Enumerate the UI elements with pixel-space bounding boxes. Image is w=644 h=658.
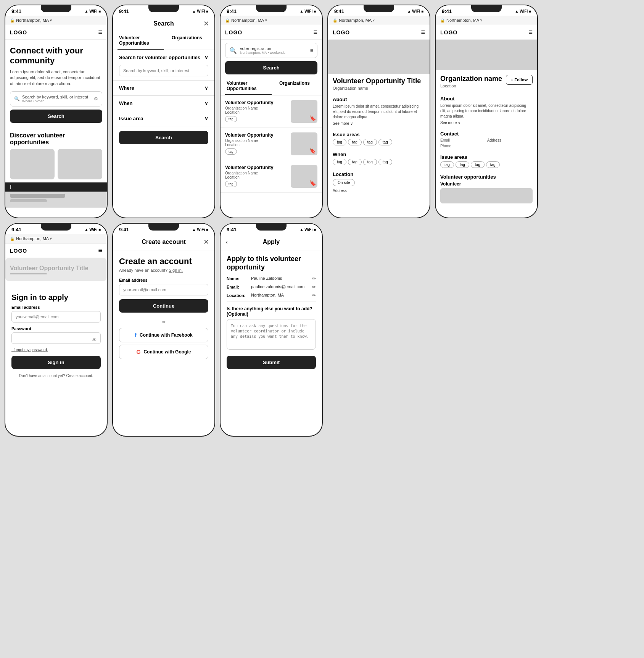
tab-orgs[interactable]: Organizations [170, 32, 204, 50]
see-more[interactable]: See more ∨ [333, 121, 425, 126]
tag-3: tag [471, 161, 485, 168]
forgot-link[interactable]: I forgot my password. [11, 348, 101, 352]
location-text: Northampton, MA [16, 236, 49, 241]
keyword-input[interactable] [119, 65, 208, 76]
org-location: Location [440, 84, 502, 88]
time: 9:41 [11, 227, 21, 232]
location-bar[interactable]: 🔒 Northampton, MA ∨ [5, 16, 107, 25]
facebook-button[interactable]: f Continue with Facebook [119, 328, 208, 342]
submit-button[interactable]: Submit [227, 356, 316, 369]
hamburger-icon[interactable]: ≡ [98, 247, 102, 255]
facebook-label: Continue with Facebook [140, 332, 193, 338]
bookmark-icon[interactable]: 🔖 [309, 115, 316, 121]
follow-button[interactable]: + Follow [506, 75, 533, 85]
phone-create-account: 9:41 ▲ WiFi ■ Create account ✕ Create an… [112, 223, 215, 437]
opp-card-2 [58, 149, 102, 179]
result-thumb: 🔖 [291, 165, 317, 188]
result-card-2[interactable]: Volunteer Opportunity Organization Name … [221, 128, 322, 160]
time: 9:41 [227, 8, 237, 14]
keyword-header[interactable]: Search for volunteer opportunities ∨ [119, 50, 208, 65]
location-bar[interactable]: 🔒 Northampton, MA ∨ [5, 234, 107, 244]
modal-title: Search [153, 20, 174, 27]
close-button[interactable]: ✕ [203, 238, 209, 246]
modal-header: ‹ Apply [221, 234, 322, 250]
contact-section: Contact Email Address Phone [436, 128, 537, 151]
when-tag-2: tag [348, 159, 362, 165]
about-section: About Lorem ipsum dolor sit amet, consec… [436, 93, 537, 128]
signin-button[interactable]: Sign in [11, 356, 101, 369]
hamburger-icon[interactable]: ≡ [421, 28, 425, 36]
tab-orgs[interactable]: Organizations [278, 77, 311, 95]
email-input[interactable] [11, 311, 101, 323]
hamburger-icon[interactable]: ≡ [98, 28, 102, 36]
sign-in-link[interactable]: Sign in. [169, 268, 183, 273]
blurred-background: Volunteer Opportunity Title [5, 258, 107, 281]
time: 9:41 [334, 8, 344, 14]
result-card-1[interactable]: Volunteer Opportunity Organization Name … [221, 95, 322, 128]
back-button[interactable]: ‹ [226, 239, 228, 245]
issue-tags: tag tag tag tag [440, 161, 533, 168]
edit-name-icon[interactable]: ✏ [312, 276, 316, 281]
location-bar[interactable]: 🔒 Northampton, MA ∨ [328, 16, 430, 25]
phone-org-detail: 9:41 ▲ WiFi ■ 🔒 Northampton, MA ∨ LOGO ≡… [435, 5, 538, 218]
notch [148, 5, 179, 12]
app-header: LOGO ≡ [5, 25, 107, 40]
optional-textarea[interactable] [227, 319, 316, 350]
result-card-3[interactable]: Volunteer Opportunity Organization Name … [221, 160, 322, 193]
google-button[interactable]: G Continue with Google [119, 345, 208, 359]
password-label: Password [11, 326, 101, 331]
chevron-down-icon: ∨ [204, 116, 208, 121]
issue-header[interactable]: Issue area ∨ [119, 111, 208, 126]
where-header[interactable]: Where ∨ [119, 81, 208, 95]
result-title: Volunteer Opportunity [225, 165, 288, 170]
lock-icon: 🔒 [10, 237, 14, 241]
contact-grid: Email Address Phone [440, 138, 533, 148]
location-value: Northampton, MA [251, 293, 311, 297]
chevron-down-icon: ∨ [265, 18, 267, 22]
eye-icon[interactable]: 👁 [92, 337, 97, 343]
close-button[interactable]: ✕ [203, 19, 209, 28]
volunteer-opps-section: Volunteer opportunities Volunteer [436, 171, 537, 206]
password-input[interactable] [11, 332, 101, 344]
hamburger-icon[interactable]: ≡ [313, 28, 317, 36]
status-icons: ▲ WiFi ■ [299, 227, 316, 232]
edit-email-icon[interactable]: ✏ [312, 284, 316, 290]
status-icons: ▲ WiFi ■ [84, 227, 101, 232]
hero-body: Lorem ipsum dolor sit amet, consectetur … [10, 69, 102, 87]
search-bar-text: Search by keyword, skill, or interest [22, 95, 94, 99]
see-more[interactable]: See more ∨ [440, 121, 533, 125]
continue-button[interactable]: Continue [119, 299, 208, 313]
time: 9:41 [119, 227, 129, 232]
apply-form: Apply to this volunteer opportunity Name… [221, 250, 322, 377]
search-button[interactable]: Search [225, 61, 317, 74]
email-label: Email address [119, 278, 208, 282]
opp-detail-screen: 🔒 Northampton, MA ∨ LOGO ≡ Volunteer Opp… [328, 16, 430, 218]
filter-icon[interactable]: ⚙ [94, 96, 98, 102]
hamburger-icon[interactable]: ≡ [528, 28, 533, 36]
org-name-location: Organization name Location [440, 75, 502, 88]
search-filter-bar[interactable]: 🔍 voter registration Northampton, MA • w… [225, 43, 317, 58]
discover-title: Discover volunteer opportunities [5, 132, 107, 146]
bookmark-icon[interactable]: 🔖 [309, 148, 316, 154]
tab-volunteer[interactable]: Volunteer Opportunities [118, 32, 164, 50]
tab-volunteer[interactable]: Volunteer Opportunities [225, 77, 272, 95]
status-icons: ▲ WiFi ■ [84, 9, 101, 13]
email-input[interactable] [119, 284, 208, 295]
location-bar[interactable]: 🔒 Northampton, MA ∨ [221, 16, 322, 25]
result-tag: tag [225, 181, 237, 187]
search-bar[interactable]: 🔍 Search by keyword, skill, or interest … [10, 91, 102, 106]
bookmark-icon[interactable]: 🔖 [309, 180, 316, 186]
opp-grid [5, 149, 107, 179]
search-button[interactable]: Search [10, 110, 102, 123]
location-label: Location [333, 171, 425, 177]
location-bar[interactable]: 🔒 Northampton, MA ∨ [436, 16, 537, 25]
when-tag-3: tag [363, 159, 377, 165]
facebook-icon: f [135, 332, 137, 338]
search-button[interactable]: Search [119, 131, 208, 144]
when-header[interactable]: When ∨ [119, 96, 208, 111]
filter-icon[interactable]: ≡ [310, 47, 313, 53]
edit-location-icon[interactable]: ✏ [312, 293, 316, 298]
email-label: Email: [227, 284, 250, 289]
notch [256, 5, 287, 12]
apply-screen: ‹ Apply Apply to this volunteer opportun… [221, 234, 322, 436]
